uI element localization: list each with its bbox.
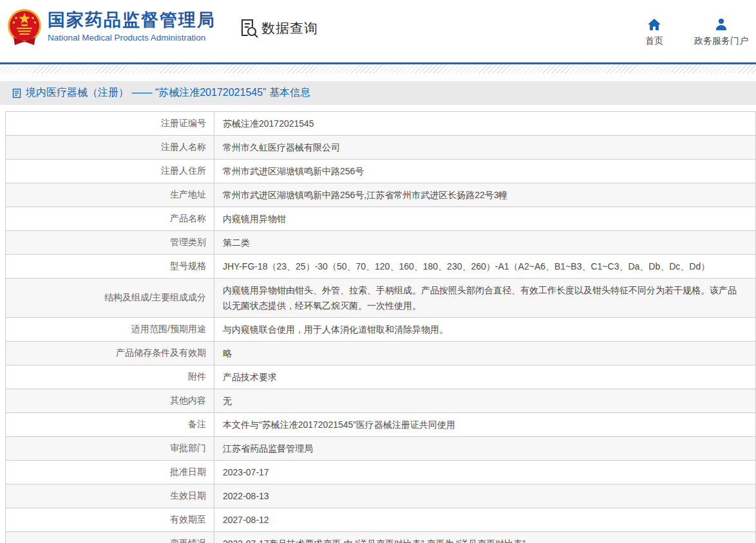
row-value: JHY-FG-18（23、25）-30（50、70、120、160、180、23… — [223, 261, 710, 272]
info-table-body: 注册证编号苏械注准20172021545注册人名称常州市久虹医疗器械有限公司注册… — [6, 112, 756, 543]
table-row: 审批部门江苏省药品监督管理局 — [6, 437, 756, 461]
site-title: 国家药品监督管理局 — [48, 10, 216, 30]
table-row: 注册人名称常州市久虹医疗器械有限公司 — [6, 136, 756, 160]
row-label: 其他内容 — [170, 395, 206, 405]
row-value-cell: 常州市武进区湖塘镇鸣新中路256号 — [214, 160, 756, 183]
breadcrumb-text: 境内医疗器械（注册） —— “苏械注准20172021545” 基本信息 — [26, 86, 310, 100]
row-label: 产品储存条件及有效期 — [116, 347, 206, 358]
row-value-cell: 产品技术要求 — [214, 365, 756, 389]
row-value-cell: 本文件与“苏械注准20172021545”医疗器械注册证共同使用 — [214, 413, 756, 437]
row-label: 审批部门 — [170, 443, 206, 453]
row-label-cell: 生效日期 — [6, 484, 214, 508]
row-label: 附件 — [188, 371, 206, 382]
table-row: 管理类别第二类 — [6, 231, 756, 255]
row-label-cell: 注册人名称 — [6, 136, 214, 160]
row-value: 与内窥镜联合使用，用于人体消化道钳取和清除异物用。 — [223, 324, 448, 335]
row-label: 注册证编号 — [161, 118, 206, 128]
breadcrumb: 境内医疗器械（注册） —— “苏械注准20172021545” 基本信息 — [0, 81, 756, 105]
row-label: 批准日期 — [170, 466, 206, 477]
table-row: 生效日期2022-08-13 — [6, 484, 756, 508]
row-value-cell: 内窥镜用异物钳由钳头、外管、拉索、手柄组成。产品按照头部闭合直径、有效工作长度以… — [214, 279, 756, 318]
row-value: 常州市武进区湖塘镇鸣新中路256号 — [223, 166, 364, 176]
row-label-cell: 变更情况 — [6, 532, 214, 543]
national-emblem-logo — [5, 7, 44, 47]
row-label: 适用范围/预期用途 — [131, 324, 206, 334]
brand-block: 国家药品监督管理局 National Medical Products Admi… — [48, 10, 216, 42]
info-table: 注册证编号苏械注准20172021545注册人名称常州市久虹医疗器械有限公司注册… — [5, 111, 756, 543]
row-label: 有效期至 — [170, 514, 206, 524]
row-label-cell: 批准日期 — [6, 461, 214, 484]
row-value-cell: 2022-08-13 — [214, 484, 756, 508]
row-label-cell: 管理类别 — [6, 231, 214, 255]
row-label-cell: 适用范围/预期用途 — [6, 318, 214, 342]
row-value-cell: 略 — [214, 342, 756, 365]
row-label: 注册人名称 — [161, 142, 206, 152]
table-row: 注册人住所常州市武进区湖塘镇鸣新中路256号 — [6, 160, 756, 183]
row-label: 管理类别 — [170, 237, 206, 247]
row-value-cell: 内窥镜用异物钳 — [214, 207, 756, 231]
home-icon — [647, 18, 661, 31]
table-row: 注册证编号苏械注准20172021545 — [6, 112, 756, 136]
table-row: 结构及组成/主要组成成分内窥镜用异物钳由钳头、外管、拉索、手柄组成。产品按照头部… — [6, 279, 756, 318]
table-row: 型号规格JHY-FG-18（23、25）-30（50、70、120、160、18… — [6, 255, 756, 279]
row-label: 变更情况 — [170, 538, 206, 543]
nav-portal[interactable]: 政务服务门户 — [694, 18, 748, 47]
table-row: 产品储存条件及有效期略 — [6, 342, 756, 365]
row-label: 产品名称 — [170, 213, 206, 223]
row-label-cell: 注册人住所 — [6, 160, 214, 183]
row-value: 苏械注准20172021545 — [223, 118, 314, 129]
document-icon — [12, 88, 22, 98]
row-value: 第二类 — [223, 237, 250, 248]
row-label: 注册人住所 — [161, 165, 206, 176]
row-value-cell: 第二类 — [214, 231, 756, 255]
data-query-button[interactable]: 数据查询 — [237, 17, 318, 39]
row-value-cell: 2023-07-17产品技术要求变更 由 “详见变更对比表” 变更为 “详见变更… — [214, 532, 756, 543]
row-label-cell: 产品储存条件及有效期 — [6, 342, 214, 365]
row-value-cell: 江苏省药品监督管理局 — [214, 437, 756, 461]
row-value-cell: 2023-07-17 — [214, 461, 756, 484]
row-label-cell: 产品名称 — [6, 207, 214, 231]
table-row: 其他内容无 — [6, 389, 756, 413]
data-query-label: 数据查询 — [261, 19, 318, 37]
row-value-cell: 苏械注准20172021545 — [214, 112, 756, 136]
row-label: 生产地址 — [170, 189, 206, 199]
page-header: 国家药品监督管理局 National Medical Products Admi… — [0, 0, 756, 62]
row-value: 2027-08-12 — [223, 515, 269, 525]
person-icon — [714, 18, 728, 31]
spacer — [0, 105, 756, 111]
nav-home-label: 首页 — [645, 35, 663, 47]
row-value-cell: 常州市久虹医疗器械有限公司 — [214, 136, 756, 160]
row-label-cell: 审批部门 — [6, 437, 214, 461]
row-label-cell: 注册证编号 — [6, 112, 214, 136]
table-row: 生产地址常州市武进区湖塘镇鸣新中路256号,江苏省常州市武进区长扬路22号3幢 — [6, 183, 756, 207]
row-value-cell: 与内窥镜联合使用，用于人体消化道钳取和清除异物用。 — [214, 318, 756, 342]
row-value-cell: JHY-FG-18（23、25）-30（50、70、120、160、180、23… — [214, 255, 756, 279]
top-nav: 首页 政务服务门户 — [645, 18, 748, 47]
row-label-cell: 型号规格 — [6, 255, 214, 279]
row-label: 生效日期 — [170, 490, 206, 501]
nav-home[interactable]: 首页 — [645, 18, 663, 47]
row-value-cell: 常州市武进区湖塘镇鸣新中路256号,江苏省常州市武进区长扬路22号3幢 — [214, 183, 756, 207]
row-value: 内窥镜用异物钳由钳头、外管、拉索、手柄组成。产品按照头部闭合直径、有效工作长度以… — [223, 285, 737, 311]
row-value: 无 — [223, 396, 232, 406]
row-value-cell: 2027-08-12 — [214, 508, 756, 532]
table-row: 备注本文件与“苏械注准20172021545”医疗器械注册证共同使用 — [6, 413, 756, 437]
row-label-cell: 生产地址 — [6, 183, 214, 207]
row-value: 略 — [223, 348, 232, 358]
row-label-cell: 结构及组成/主要组成成分 — [6, 279, 214, 318]
table-row: 产品名称内窥镜用异物钳 — [6, 207, 756, 231]
row-value: 2023-07-17 — [223, 467, 269, 477]
row-label-cell: 附件 — [6, 365, 214, 389]
row-value: 常州市武进区湖塘镇鸣新中路256号,江苏省常州市武进区长扬路22号3幢 — [223, 190, 508, 200]
spacer — [0, 73, 756, 81]
row-value: 2023-07-17产品技术要求变更 由 “详见变更对比表” 变更为 “详见变更… — [223, 538, 525, 543]
row-value: 产品技术要求 — [223, 372, 277, 382]
row-value: 本文件与“苏械注准20172021545”医疗器械注册证共同使用 — [223, 419, 455, 430]
row-value-cell: 无 — [214, 389, 756, 413]
site-subtitle: National Medical Products Administration — [48, 33, 216, 42]
row-label-cell: 其他内容 — [6, 389, 214, 413]
table-row: 附件产品技术要求 — [6, 365, 756, 389]
row-label-cell: 有效期至 — [6, 508, 214, 532]
table-row: 变更情况2023-07-17产品技术要求变更 由 “详见变更对比表” 变更为 “… — [6, 532, 756, 543]
row-value: 江苏省药品监督管理局 — [223, 443, 313, 454]
